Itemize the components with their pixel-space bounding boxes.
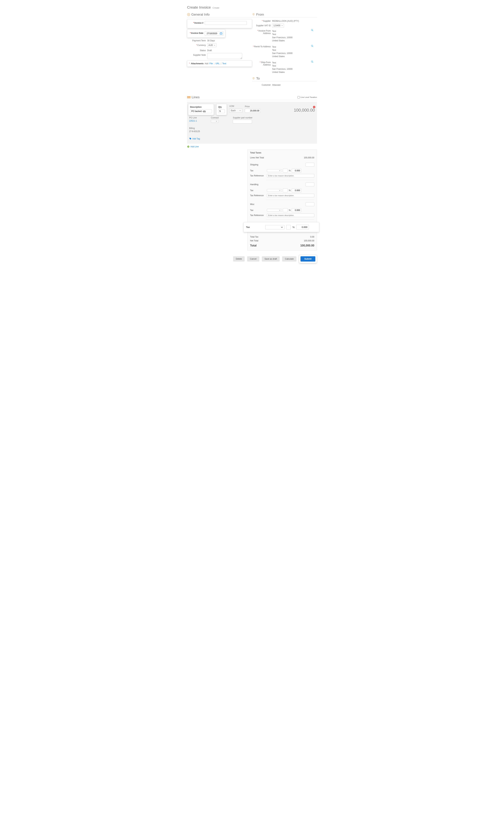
shipping-tax-amount-input[interactable] — [292, 169, 301, 172]
misc-input[interactable] — [306, 202, 314, 206]
attach-text-link[interactable]: Text — [222, 62, 226, 65]
svg-point-5 — [253, 14, 254, 14]
total-tax-label: Total Tax — [250, 236, 258, 238]
lines-icon — [187, 96, 191, 98]
search-icon[interactable] — [311, 45, 313, 47]
calculate-button[interactable]: Calculate — [282, 256, 296, 262]
svg-point-8 — [311, 45, 313, 46]
line-level-taxation-checkbox[interactable]: Line Level Taxation — [297, 96, 317, 98]
handling-tax-ref-label: Tax Reference — [250, 194, 266, 197]
svg-rect-15 — [187, 98, 191, 98]
description-label: Description — [190, 106, 212, 108]
payment-term-label: Payment Term — [187, 39, 207, 42]
attach-file-link[interactable]: File — [209, 62, 213, 65]
svg-point-6 — [311, 29, 313, 31]
svg-rect-13 — [187, 96, 191, 97]
overall-tax-amount-input[interactable] — [296, 225, 309, 230]
page-title: Create Invoice Create — [187, 5, 317, 9]
contract-select[interactable] — [211, 120, 219, 123]
price-label: Price — [245, 105, 261, 108]
shipping-tax-select[interactable] — [267, 169, 282, 172]
shipping-tax-pct-input[interactable] — [283, 169, 288, 172]
po-line-label: PO Line — [189, 116, 197, 119]
total-tax-value: 0.00 — [310, 236, 314, 238]
misc-tax-ref-label: Tax Reference — [250, 214, 266, 217]
pin-icon — [252, 13, 255, 16]
qty-input[interactable] — [218, 109, 225, 113]
handling-tax-label: Tax — [250, 189, 266, 191]
general-info-header: General Info — [187, 13, 252, 17]
price-input[interactable] — [245, 109, 261, 113]
overall-tax-pct-input[interactable] — [286, 225, 291, 230]
invoice-number-label: Invoice # — [194, 22, 203, 24]
qty-label: Qty — [218, 106, 225, 108]
grand-total-label: Total — [250, 244, 257, 247]
description-input[interactable] — [190, 109, 212, 113]
shipping-tax-ref-label: Tax Reference — [250, 174, 266, 177]
remove-line-icon[interactable] — [313, 106, 316, 108]
remit-to-address: TestTestSan Francisco, 10000United State… — [272, 45, 317, 58]
part-number-input[interactable] — [233, 120, 252, 123]
net-total-label: Net Total — [250, 240, 258, 242]
handling-input[interactable] — [306, 182, 314, 186]
total-taxes-title: Total Taxes — [250, 151, 314, 154]
handling-tax-ref-input[interactable] — [267, 194, 314, 197]
currency-label: Currency — [197, 44, 206, 46]
overall-tax-select[interactable] — [265, 225, 285, 229]
misc-label: Misc — [250, 203, 271, 206]
misc-tax-ref-input[interactable] — [267, 214, 314, 217]
svg-point-0 — [188, 14, 189, 15]
misc-tax-select[interactable] — [267, 209, 282, 212]
misc-tax-amount-input[interactable] — [292, 208, 301, 212]
svg-point-10 — [311, 61, 313, 62]
svg-rect-14 — [187, 97, 191, 97]
invoice-from-label: Invoice-From Address — [258, 30, 271, 34]
add-tag-link[interactable]: Add Tag — [189, 137, 200, 140]
misc-tax-pct-input[interactable] — [283, 208, 288, 212]
pin-icon — [252, 77, 255, 80]
vat-select[interactable]: 123455 — [272, 24, 284, 27]
vat-label: Supplier VAT ID — [252, 24, 272, 27]
invoice-date-input[interactable] — [205, 31, 223, 36]
save-draft-button[interactable]: Save as draft — [262, 256, 280, 262]
add-line-link[interactable]: Add Line — [187, 145, 199, 148]
uom-label: UOM — [229, 105, 242, 107]
svg-line-11 — [313, 62, 313, 63]
delete-button[interactable]: Delete — [233, 256, 245, 262]
cancel-button[interactable]: Cancel — [247, 256, 259, 262]
status-label: Status — [187, 48, 207, 52]
supplier-note-input[interactable] — [207, 53, 242, 59]
submit-button[interactable]: Submit — [300, 256, 315, 262]
shipping-tax-ref-input[interactable] — [267, 174, 314, 177]
billing-label: Billing — [189, 127, 315, 129]
po-line-link[interactable]: 22521-1 — [189, 120, 197, 122]
line-item-row: Description Qty UOM Each Price 100,000.0… — [187, 102, 317, 144]
search-icon[interactable] — [311, 60, 313, 63]
handling-tax-amount-input[interactable] — [292, 188, 301, 192]
net-total-value: 100,000.00 — [304, 240, 314, 242]
supplier-value: REDBALLOON (AUD) (PTY) — [272, 19, 317, 22]
part-number-label: Supplier part number — [233, 116, 252, 119]
customer-value: Atlassian — [272, 83, 317, 86]
shipping-tax-label: Tax — [250, 169, 266, 172]
search-icon[interactable] — [311, 29, 313, 31]
handling-tax-pct-input[interactable] — [283, 188, 288, 192]
billing-value: 27-6-63125 — [189, 130, 200, 133]
uom-select[interactable]: Each — [229, 108, 242, 113]
svg-rect-1 — [220, 33, 222, 34]
attach-url-link[interactable]: URL — [215, 62, 220, 65]
lines-net-total-value: 100,000.00 — [304, 156, 314, 159]
line-total: 100,000.00 — [294, 108, 315, 113]
shipping-input[interactable] — [306, 163, 314, 166]
currency-select[interactable]: AUD — [207, 43, 216, 47]
handling-tax-select[interactable] — [267, 189, 282, 192]
attachments-label: Attachments — [191, 62, 204, 65]
invoice-number-input[interactable] — [205, 21, 247, 25]
calendar-icon[interactable] — [220, 32, 222, 35]
supplier-note-label: Supplier Note — [187, 53, 207, 56]
payment-term-value: 30 Days — [207, 39, 252, 42]
shipping-label: Shipping — [250, 163, 271, 166]
svg-line-9 — [313, 46, 313, 47]
totals-panel: Total Taxes Lines Net Total 100,000.00 S… — [247, 149, 317, 251]
customer-label: Customer — [252, 83, 272, 86]
